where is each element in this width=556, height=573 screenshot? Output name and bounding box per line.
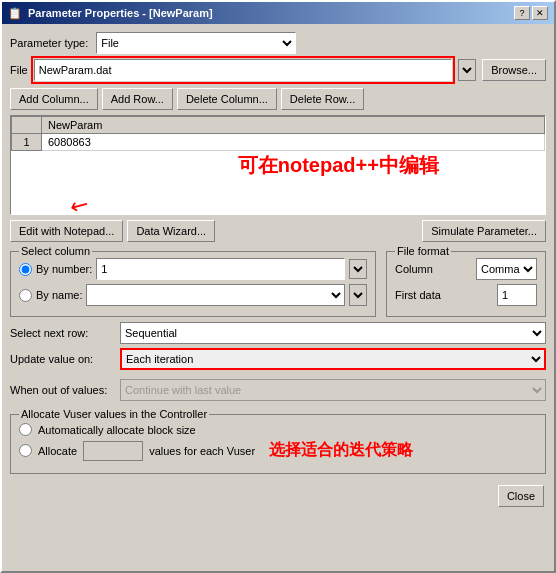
select-next-section: Select next row: Sequential Update value…	[10, 322, 546, 374]
delete-column-button[interactable]: Delete Column...	[177, 88, 277, 110]
data-table-container: NewParam 1 6080863 可在notepad++中编辑	[10, 115, 546, 215]
window-title: Parameter Properties - [NewParam]	[28, 7, 213, 19]
toolbar-row: Add Column... Add Row... Delete Column..…	[10, 88, 546, 110]
by-number-input[interactable]	[96, 258, 345, 280]
param-type-row: Parameter type: File	[10, 32, 546, 54]
allocate-input[interactable]	[83, 441, 143, 461]
by-name-label: By name:	[36, 289, 82, 301]
browse-button[interactable]: Browse...	[482, 59, 546, 81]
by-number-label: By number:	[36, 263, 92, 275]
file-row: File Browse...	[10, 59, 546, 81]
param-type-select[interactable]: File	[96, 32, 296, 54]
first-data-input[interactable]	[497, 284, 537, 306]
by-name-radio[interactable]	[19, 289, 32, 302]
by-name-row: By name:	[19, 284, 367, 306]
allocate-title: Allocate Vuser values in the Controller	[19, 408, 209, 420]
when-out-row: When out of values: Continue with last v…	[10, 379, 546, 401]
by-name-dropdown[interactable]	[349, 284, 367, 306]
notepad-btn-row: Edit with Notepad... Data Wizard... Simu…	[10, 220, 546, 242]
delete-row-button[interactable]: Delete Row...	[281, 88, 364, 110]
select-next-label: Select next row:	[10, 327, 120, 339]
select-column-title: Select column	[19, 245, 92, 257]
title-bar-controls: ? ✕	[514, 6, 548, 20]
update-value-label: Update value on:	[10, 353, 120, 365]
data-table: NewParam 1 6080863	[11, 116, 545, 151]
manual-allocate-label: Allocate	[38, 445, 77, 457]
by-name-select[interactable]	[86, 284, 345, 306]
file-format-groupbox: File format Column Comma First data	[386, 251, 546, 317]
file-input[interactable]	[34, 59, 452, 81]
title-bar-left: 📋 Parameter Properties - [NewParam]	[8, 7, 213, 20]
first-data-row: First data	[395, 284, 537, 306]
manual-allocate-row: Allocate values for each Vuser 选择适合的迭代策略	[19, 440, 537, 461]
column-format-row: Column Comma	[395, 258, 537, 280]
column-format-label: Column	[395, 263, 476, 275]
table-row-num-header	[12, 117, 42, 134]
add-row-button[interactable]: Add Row...	[102, 88, 173, 110]
table-cell-num: 1	[12, 134, 42, 151]
allocate-suffix: values for each Vuser	[149, 445, 255, 457]
select-column-groupbox: Select column By number: By name:	[10, 251, 376, 317]
by-number-radio[interactable]	[19, 263, 32, 276]
first-data-label: First data	[395, 289, 497, 301]
file-format-title: File format	[395, 245, 451, 257]
column-format-select[interactable]: Comma	[476, 258, 537, 280]
file-label: File	[10, 64, 28, 76]
close-title-button[interactable]: ✕	[532, 6, 548, 20]
iteration-strategy-annotation: 选择适合的迭代策略	[269, 440, 413, 461]
manual-allocate-radio[interactable]	[19, 444, 32, 457]
auto-allocate-row: Automatically allocate block size	[19, 423, 537, 436]
update-value-select[interactable]: Each iteration	[120, 348, 546, 370]
param-type-label: Parameter type:	[10, 37, 88, 49]
main-window: 📋 Parameter Properties - [NewParam] ? ✕ …	[0, 0, 556, 573]
auto-allocate-radio[interactable]	[19, 423, 32, 436]
when-out-label: When out of values:	[10, 384, 120, 396]
table-row: 1 6080863	[12, 134, 545, 151]
two-col-section: Select column By number: By name:	[10, 247, 546, 317]
update-value-row: Update value on: Each iteration 选择适合的迭代策…	[10, 348, 546, 370]
table-column-header: NewParam	[42, 117, 545, 134]
by-number-row: By number:	[19, 258, 367, 280]
edit-notepad-button[interactable]: Edit with Notepad...	[10, 220, 123, 242]
content-area: Parameter type: File File Browse... Add …	[2, 24, 554, 571]
add-column-button[interactable]: Add Column...	[10, 88, 98, 110]
select-next-row-row: Select next row: Sequential	[10, 322, 546, 344]
by-number-spin[interactable]	[349, 259, 367, 279]
select-next-select[interactable]: Sequential	[120, 322, 546, 344]
file-format-group: File format Column Comma First data	[386, 247, 546, 317]
simulate-button[interactable]: Simulate Parameter...	[422, 220, 546, 242]
close-button[interactable]: Close	[498, 485, 544, 507]
window-icon: 📋	[8, 7, 22, 20]
auto-allocate-label: Automatically allocate block size	[38, 424, 196, 436]
bottom-row: Close	[10, 485, 546, 507]
help-button[interactable]: ?	[514, 6, 530, 20]
notepad-section-wrapper: ↙ Edit with Notepad... Data Wizard... Si…	[10, 220, 546, 242]
data-wizard-button[interactable]: Data Wizard...	[127, 220, 215, 242]
file-dropdown[interactable]	[458, 59, 476, 81]
select-column-group: Select column By number: By name:	[10, 247, 376, 317]
title-bar: 📋 Parameter Properties - [NewParam] ? ✕	[2, 2, 554, 24]
when-out-select[interactable]: Continue with last value	[120, 379, 546, 401]
table-cell-value[interactable]: 6080863	[42, 134, 545, 151]
allocate-groupbox: Allocate Vuser values in the Controller …	[10, 414, 546, 474]
watermark-text: 可在notepad++中编辑	[238, 152, 439, 179]
